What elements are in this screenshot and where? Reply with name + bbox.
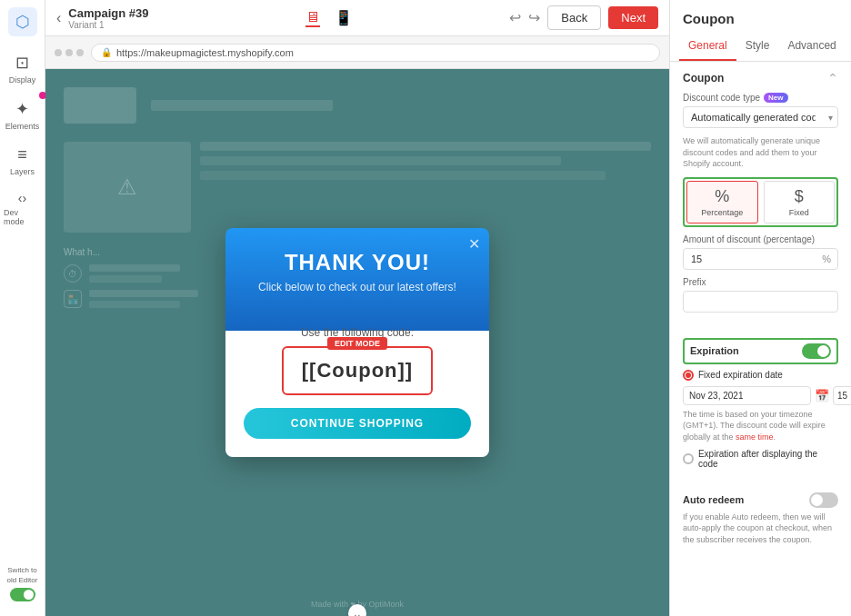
percentage-icon: % [715,187,729,206]
coupon-box-wrapper: EDIT MODE [[Coupon]] [282,346,433,395]
sidebar-item-layers[interactable]: ≡ Layers [0,140,45,182]
mobile-device-btn[interactable]: 📱 [335,9,353,26]
sidebar-item-elements[interactable]: ✦ Elements [0,94,45,136]
campaign-info: Campaign #39 Variant 1 [68,6,148,30]
sidebar-item-label: Display [9,75,36,84]
elements-icon: ✦ [15,99,29,119]
next-button[interactable]: Next [608,6,658,29]
auto-redeem-row: Auto redeem [683,492,838,508]
auto-redeem-section: Auto redeem If you enable Auto redeem, t… [670,483,851,555]
browser-dot-3 [76,49,84,56]
expiration-header: Expiration [683,338,838,364]
popup-modal: ✕ THANK YOU! Click below to check out ou… [225,228,489,457]
top-bar-right: ↩ ↪ Back Next [509,5,658,30]
auto-redeem-hint: If you enable Auto redeem, then we will … [683,512,838,546]
layers-icon: ≡ [17,145,27,164]
preview-content: ⚠ What h... ⏱ 🏪 [45,69,669,616]
browser-url: https://makeupmagictest.myshopify.com [116,47,294,58]
new-badge: New [764,93,787,103]
calendar-icon[interactable]: 📅 [815,389,829,402]
coupon-collapse-icon[interactable]: ⌃ [827,71,838,85]
browser-url-bar[interactable]: 🔒 https://makeupmagictest.myshopify.com [91,44,660,62]
tab-advanced[interactable]: Advanced [778,32,845,61]
edit-mode-badge: EDIT MODE [327,337,387,350]
prefix-input[interactable] [683,291,838,313]
sidebar-item-devmode[interactable]: ‹› Dev mode [0,185,45,232]
main-area: ‹ Campaign #39 Variant 1 🖥 📱 ↩ ↪ Back Ne… [45,0,669,616]
auto-redeem-label: Auto redeem [683,494,744,505]
sidebar-item-display[interactable]: ⊡ Display [0,47,45,90]
devmode-icon: ‹› [18,191,26,205]
timezone-hint: The time is based on your timezone (GMT+… [683,409,838,443]
browser-bar: 🔒 https://makeupmagictest.myshopify.com [45,36,669,69]
expiration-toggle[interactable] [802,343,831,359]
lock-icon: 🔒 [101,47,112,57]
date-input[interactable] [683,386,811,405]
amount-suffix: % [822,253,831,264]
chevron-down-icon[interactable]: ⌄ [348,604,366,616]
expiration-section: Expiration Fixed expiration date 📅 15 : … [670,329,851,483]
campaign-variant: Variant 1 [68,20,148,30]
coupon-section: Coupon ⌃ Discount code type New Automati… [670,62,851,329]
continue-shopping-button[interactable]: CONTINUE SHOPPING [244,408,471,439]
discount-type-percentage[interactable]: % Percentage [686,181,758,224]
discount-type-fixed[interactable]: $ Fixed [764,181,836,224]
switch-old-editor[interactable]: Switch to old Editor [0,559,45,609]
discount-code-label: Discount code type New [683,93,838,103]
popup-close-button[interactable]: ✕ [468,235,480,253]
sidebar-item-label: Layers [10,167,35,176]
auto-redeem-toggle[interactable] [809,492,838,508]
panel-tabs: General Style Advanced [670,32,851,62]
coupon-section-title: Coupon [683,72,724,84]
expiration-label: Expiration [690,345,739,356]
redo-button[interactable]: ↪ [528,9,540,26]
discount-code-select-wrap: Automatically generated codes ▾ [683,106,838,128]
panel-title: Coupon [670,0,851,32]
left-sidebar: ⬡ ⊡ Display ✦ Elements ≡ Layers ‹› Dev m… [0,0,45,616]
date-row: 📅 15 : 01 [683,386,838,405]
amount-label: Amount of discount (percentage) [683,234,838,244]
right-panel: Coupon General Style Advanced Coupon ⌃ D… [669,0,851,616]
popup-subtitle: Click below to check out our latest offe… [244,281,471,293]
radio-after-display[interactable]: Expiration after displaying the code [683,449,838,469]
radio-fixed-date[interactable]: Fixed expiration date [683,370,838,381]
hour-select[interactable]: 15 [833,386,851,405]
browser-dot-2 [65,49,73,56]
dollar-icon: $ [795,187,804,206]
old-editor-toggle[interactable] [10,588,35,601]
top-bar-center: 🖥 📱 [305,9,353,27]
campaign-back-arrow[interactable]: ‹ [56,10,61,26]
discount-code-select[interactable]: Automatically generated codes [683,106,838,128]
prefix-label: Prefix [683,277,838,287]
amount-input-wrap: % [683,248,838,270]
back-button[interactable]: Back [547,5,601,30]
tab-general[interactable]: General [679,32,736,61]
tab-style[interactable]: Style [736,32,779,61]
amount-input[interactable] [683,248,838,270]
preview-area: 🔒 https://makeupmagictest.myshopify.com … [45,36,669,616]
top-bar-left: ‹ Campaign #39 Variant 1 [56,6,148,30]
popup-bottom: Use the following code: EDIT MODE [[Coup… [225,312,489,439]
desktop-device-btn[interactable]: 🖥 [305,9,320,27]
coupon-code-box[interactable]: [[Coupon]] [282,346,433,395]
browser-dot-1 [55,49,62,56]
sidebar-item-label: Elements [5,122,40,131]
popup-top: THANK YOU! Click below to check out our … [225,228,489,312]
radio-fixed-circle [683,370,694,381]
campaign-title: Campaign #39 [68,6,148,20]
same-time-link[interactable]: same time [736,432,774,442]
discount-type-group: % Percentage $ Fixed [683,177,838,227]
sidebar-item-label: Dev mode [4,208,41,226]
display-icon: ⊡ [15,53,29,73]
popup-title: THANK YOU! [244,250,471,275]
radio-after-circle [683,453,694,464]
discount-hint: We will automatically generate unique di… [683,135,838,170]
top-bar: ‹ Campaign #39 Variant 1 🖥 📱 ↩ ↪ Back Ne… [45,0,669,36]
undo-button[interactable]: ↩ [509,9,521,26]
coupon-section-header: Coupon ⌃ [683,71,838,85]
browser-dots [55,49,84,56]
app-logo: ⬡ [8,7,37,36]
